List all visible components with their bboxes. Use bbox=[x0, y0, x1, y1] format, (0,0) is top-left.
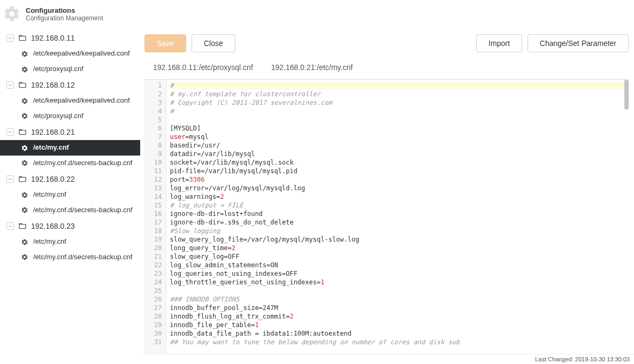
host-label: 192.168.0.23 bbox=[31, 221, 75, 231]
gear-icon bbox=[20, 159, 29, 167]
code-line: pid-file=/var/lib/mysql/mysql.pid bbox=[170, 167, 625, 175]
code-line: log_warnings=2 bbox=[170, 192, 625, 201]
code-line: log_error=/var/log/mysql/mysqld.log bbox=[170, 184, 625, 192]
code-line: innodb_buffer_pool_size=247M bbox=[170, 304, 625, 312]
main-panel: Save Close Import Change/Set Parameter 1… bbox=[140, 28, 634, 357]
host-label: 192.168.0.11 bbox=[31, 33, 75, 43]
page-subtitle: Configuration Management bbox=[26, 14, 103, 22]
code-line: slow_query_log=OFF bbox=[170, 252, 625, 261]
code-line: innodb_flush_log_at_trx_commit=2 bbox=[170, 312, 625, 321]
tab-file-1[interactable]: 192.168.0.11:/etc/proxysql.cnf bbox=[153, 61, 253, 74]
config-file-node[interactable]: /etc/keepalived/keepalived.conf bbox=[0, 93, 140, 109]
code-line: ### INNODB OPTIONS bbox=[170, 295, 625, 304]
code-line bbox=[170, 115, 625, 124]
code-line: [MYSQLD] bbox=[170, 124, 625, 133]
config-file-node[interactable]: /etc/keepalived/keepalived.conf bbox=[0, 46, 140, 61]
close-button[interactable]: Close bbox=[192, 34, 235, 52]
file-path: /etc/my.cnf bbox=[33, 237, 66, 246]
editor-tabs: 192.168.0.11:/etc/proxysql.cnf 192.168.0… bbox=[144, 61, 629, 79]
gear-icon bbox=[20, 50, 29, 58]
file-path: /etc/proxysql.cnf bbox=[33, 112, 83, 121]
code-line: log_slow_admin_statements=ON bbox=[170, 261, 625, 269]
gear-icon bbox=[2, 4, 21, 24]
file-path: /etc/my.cnf.d/secrets-backup.cnf bbox=[33, 206, 132, 215]
gear-icon bbox=[20, 238, 29, 246]
scrollbar-thumb[interactable] bbox=[624, 80, 629, 110]
gear-icon bbox=[20, 191, 29, 199]
config-file-node[interactable]: /etc/my.cnf bbox=[0, 187, 140, 203]
change-parameter-button[interactable]: Change/Set Parameter bbox=[528, 34, 629, 52]
folder-open-icon bbox=[18, 175, 27, 183]
toolbar: Save Close Import Change/Set Parameter bbox=[144, 32, 629, 61]
code-line: basedir=/usr/ bbox=[170, 141, 625, 150]
last-changed-value: 2019-10-30 13:30:03 bbox=[575, 356, 630, 362]
collapse-icon[interactable]: − bbox=[6, 175, 14, 183]
code-line: datadir=/var/lib/mysql bbox=[170, 150, 625, 158]
host-node[interactable]: −192.168.0.12 bbox=[0, 77, 140, 93]
editor-gutter: 1234567891011121314151617181920212223242… bbox=[144, 80, 166, 357]
code-line: port=3306 bbox=[170, 175, 625, 184]
host-label: 192.168.0.21 bbox=[31, 127, 75, 137]
gear-icon bbox=[20, 206, 29, 214]
editor-content[interactable]: ## my.cnf template for clustercontroller… bbox=[166, 80, 629, 357]
folder-open-icon bbox=[18, 222, 27, 230]
file-path: /etc/my.cnf bbox=[33, 190, 66, 199]
file-path: /etc/proxysql.cnf bbox=[33, 65, 83, 74]
code-line: ## You may want to tune the below depend… bbox=[170, 338, 625, 346]
code-line: ignore-db-dir=lost+found bbox=[170, 210, 625, 218]
import-button[interactable]: Import bbox=[476, 34, 522, 52]
collapse-icon[interactable]: − bbox=[6, 128, 14, 136]
file-path: /etc/keepalived/keepalived.conf bbox=[33, 96, 130, 105]
code-line: # log_output = FILE bbox=[170, 201, 625, 210]
folder-open-icon bbox=[18, 81, 27, 89]
host-node[interactable]: −192.168.0.21 bbox=[0, 124, 140, 140]
file-path: /etc/my.cnf.d/secrets-backup.cnf bbox=[33, 159, 132, 168]
gear-icon bbox=[20, 112, 29, 120]
host-node[interactable]: −192.168.0.22 bbox=[0, 171, 140, 187]
code-line: # my.cnf template for clustercontroller bbox=[170, 90, 625, 98]
code-line: # bbox=[170, 107, 625, 115]
code-line bbox=[170, 286, 625, 295]
gear-icon bbox=[20, 144, 29, 152]
host-label: 192.168.0.12 bbox=[31, 80, 75, 90]
code-line: log_queries_not_using_indexes=OFF bbox=[170, 269, 625, 278]
gear-icon bbox=[20, 253, 29, 261]
gear-icon bbox=[20, 65, 29, 74]
page-title: Configurations bbox=[26, 6, 103, 14]
code-line: #Slow logging bbox=[170, 227, 625, 235]
collapse-icon[interactable]: − bbox=[6, 81, 14, 89]
collapse-icon[interactable]: − bbox=[6, 222, 14, 230]
config-file-node[interactable]: /etc/proxysql.cnf bbox=[0, 109, 140, 124]
folder-open-icon bbox=[18, 34, 27, 42]
save-button[interactable]: Save bbox=[144, 34, 186, 52]
code-line: socket=/var/lib/mysql/mysql.sock bbox=[170, 158, 625, 167]
last-changed-label: Last Changed: bbox=[535, 356, 574, 362]
config-file-node[interactable]: /etc/my.cnf.d/secrets-backup.cnf bbox=[0, 250, 140, 265]
tab-file-2[interactable]: 192.168.0.21:/etc/my.cnf bbox=[271, 61, 353, 74]
config-file-node[interactable]: /etc/my.cnf.d/secrets-backup.cnf bbox=[0, 203, 140, 218]
code-line: innodb_data_file_path = ibdata1:100M:aut… bbox=[170, 329, 625, 338]
code-line: innodb_file_per_table=1 bbox=[170, 321, 625, 329]
code-line: long_query_time=2 bbox=[170, 244, 625, 252]
config-file-node[interactable]: /etc/my.cnf bbox=[0, 140, 140, 156]
code-line: # Copyright (C) 2011-2017 severalnines.c… bbox=[170, 98, 625, 107]
file-path: /etc/my.cnf.d/secrets-backup.cnf bbox=[33, 253, 132, 262]
status-bar: Last Changed: 2019-10-30 13:30:03 bbox=[140, 354, 634, 364]
host-node[interactable]: −192.168.0.11 bbox=[0, 30, 140, 46]
host-label: 192.168.0.22 bbox=[31, 174, 75, 184]
config-file-node[interactable]: /etc/proxysql.cnf bbox=[0, 61, 140, 77]
config-file-node[interactable]: /etc/my.cnf.d/secrets-backup.cnf bbox=[0, 156, 140, 171]
code-line: log_throttle_queries_not_using_indexes=1 bbox=[170, 278, 625, 286]
folder-open-icon bbox=[18, 128, 27, 136]
code-editor[interactable]: 1234567891011121314151617181920212223242… bbox=[144, 79, 629, 357]
gear-icon bbox=[20, 97, 29, 105]
file-path: /etc/my.cnf bbox=[33, 143, 69, 152]
code-line: ignore-db-dir=.s9s_do_not_delete bbox=[170, 218, 625, 227]
collapse-icon[interactable]: − bbox=[6, 34, 14, 42]
code-line: slow_query_log_file=/var/log/mysql/mysql… bbox=[170, 235, 625, 244]
host-node[interactable]: −192.168.0.23 bbox=[0, 218, 140, 234]
page-header: Configurations Configuration Management bbox=[0, 0, 634, 28]
config-file-node[interactable]: /etc/my.cnf bbox=[0, 234, 140, 250]
config-tree: −192.168.0.11/etc/keepalived/keepalived.… bbox=[0, 28, 140, 357]
code-line: # bbox=[170, 81, 625, 90]
